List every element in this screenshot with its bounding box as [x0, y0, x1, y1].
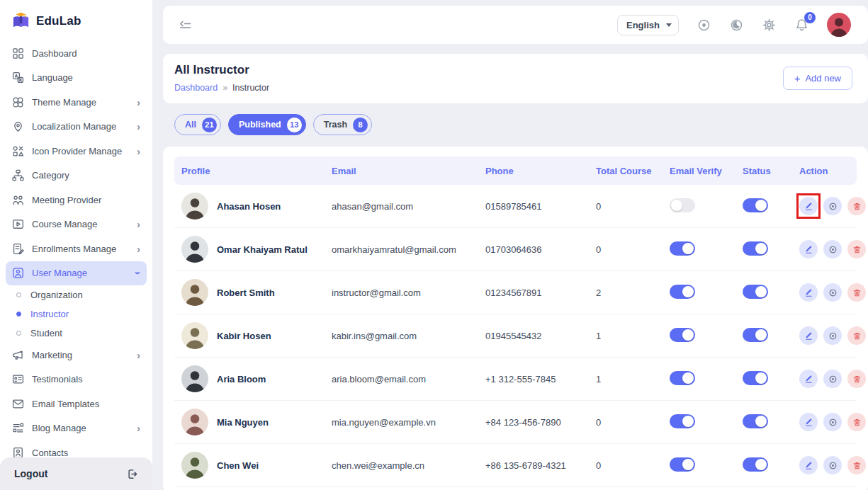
- status-toggle[interactable]: [743, 457, 768, 472]
- language-select[interactable]: English: [617, 15, 679, 35]
- edit-button[interactable]: [799, 326, 818, 345]
- view-button[interactable]: [823, 413, 842, 431]
- dark-mode-icon[interactable]: [729, 18, 744, 33]
- edit-button[interactable]: [799, 413, 818, 431]
- view-button[interactable]: [823, 283, 842, 302]
- delete-button[interactable]: [847, 240, 866, 258]
- sidebar-item-localization-manage[interactable]: Localization Manage›: [6, 115, 147, 139]
- trash-icon: [852, 245, 862, 254]
- trash-icon: [852, 331, 862, 341]
- delete-button[interactable]: [847, 197, 866, 215]
- edit-button[interactable]: [799, 456, 818, 474]
- filter-published-pill[interactable]: Published13: [228, 114, 306, 135]
- filter-all-pill[interactable]: All21: [174, 114, 221, 135]
- meeting-provider-icon: [12, 194, 24, 206]
- total-course-count: 0: [589, 244, 663, 255]
- sidebar-item-meeting-provider[interactable]: Meeting Provider: [6, 188, 147, 212]
- add-new-label: Add new: [805, 73, 841, 84]
- language-icon: [12, 72, 24, 84]
- email-verify-toggle[interactable]: [670, 457, 695, 472]
- total-course-count: 0: [589, 460, 663, 471]
- eye-icon: [828, 418, 838, 427]
- sidebar-item-course-manage[interactable]: Course Manage›: [6, 212, 147, 237]
- status-toggle[interactable]: [743, 285, 768, 299]
- email-verify-toggle[interactable]: [670, 371, 695, 385]
- logout-button[interactable]: Logout: [0, 457, 152, 490]
- language-selector[interactable]: English: [617, 15, 679, 35]
- status-toggle[interactable]: [743, 328, 768, 342]
- instructor-table: ProfileEmailPhoneTotal CourseEmail Verif…: [163, 147, 868, 490]
- chevron-down-icon: ›: [133, 271, 144, 275]
- chevron-right-icon: ›: [137, 423, 140, 433]
- user-avatar[interactable]: [827, 13, 851, 37]
- trash-icon: [852, 288, 862, 297]
- email-verify-toggle[interactable]: [670, 328, 695, 342]
- table-header-row: ProfileEmailPhoneTotal CourseEmail Verif…: [174, 156, 857, 185]
- page-header: All Instructor Dashboard » Instructor + …: [163, 54, 868, 103]
- email-verify-toggle[interactable]: [670, 414, 695, 428]
- pen-icon: [804, 202, 813, 211]
- blog-icon: [12, 422, 24, 434]
- email-verify-toggle[interactable]: [670, 241, 695, 256]
- theme-icon: [12, 96, 24, 108]
- edit-button[interactable]: [799, 370, 818, 388]
- logout-icon: [126, 468, 138, 480]
- email-verify-toggle[interactable]: [670, 285, 695, 299]
- sidebar-collapse-icon[interactable]: [179, 18, 192, 32]
- edit-button[interactable]: [799, 197, 818, 215]
- filter-count-badge: 21: [202, 118, 217, 132]
- email-verify-toggle[interactable]: [670, 198, 695, 212]
- chevron-right-icon: ›: [137, 97, 140, 108]
- instructor-name: Mia Nguyen: [217, 417, 269, 428]
- sidebar-item-blog-manage[interactable]: Blog Manage›: [6, 416, 147, 441]
- delete-button[interactable]: [847, 326, 866, 345]
- sidebar-item-theme-manage[interactable]: Theme Manage›: [6, 90, 147, 115]
- email-templates-icon: [12, 398, 24, 410]
- sidebar-item-language[interactable]: Language: [6, 66, 147, 91]
- sidebar-nav: DashboardLanguageTheme Manage›Localizati…: [0, 40, 152, 465]
- breadcrumb: Dashboard » Instructor: [174, 83, 269, 93]
- delete-button[interactable]: [847, 283, 866, 302]
- visibility-icon[interactable]: [697, 18, 711, 33]
- column-header-phone: Phone: [478, 166, 589, 176]
- chevron-right-icon: ›: [137, 146, 140, 156]
- settings-gear-icon[interactable]: [762, 18, 777, 33]
- column-header-status: Status: [735, 166, 792, 176]
- sidebar-item-category[interactable]: Category: [6, 164, 147, 188]
- notification-bell-icon[interactable]: 0: [794, 18, 809, 33]
- view-button[interactable]: [823, 197, 842, 215]
- edit-button[interactable]: [799, 240, 818, 258]
- status-toggle[interactable]: [743, 414, 768, 428]
- breadcrumb-dashboard-link[interactable]: Dashboard: [174, 83, 218, 93]
- view-button[interactable]: [823, 456, 842, 474]
- pen-icon: [804, 418, 813, 427]
- brand-logo[interactable]: EduLab: [0, 0, 152, 40]
- sidebar-subitem-instructor[interactable]: Instructor: [6, 304, 147, 324]
- status-toggle[interactable]: [743, 198, 768, 212]
- sidebar-subitem-organization[interactable]: Organization: [6, 285, 147, 304]
- sidebar-item-testimonials[interactable]: Testimonials: [6, 368, 147, 392]
- table-row: Omar Khaiyam Ratulomarkhaiyamratul@gmail…: [174, 228, 857, 271]
- sidebar-item-enrollments-manage[interactable]: Enrollments Manage›: [6, 237, 147, 261]
- filter-trash-pill[interactable]: Trash8: [313, 114, 372, 135]
- pen-icon: [804, 288, 813, 297]
- delete-button[interactable]: [847, 370, 866, 388]
- sidebar-item-marketing[interactable]: Marketing›: [6, 343, 147, 368]
- status-toggle[interactable]: [743, 371, 768, 385]
- view-button[interactable]: [823, 326, 842, 345]
- sidebar-item-icon-provider-manage[interactable]: Icon Provider Manage›: [6, 139, 147, 164]
- sidebar-item-user-manage[interactable]: User Manage›: [6, 261, 147, 286]
- delete-button[interactable]: [847, 456, 866, 474]
- brand-name: EduLab: [36, 14, 81, 28]
- view-button[interactable]: [823, 370, 842, 388]
- instructor-email: instructor@gmail.com: [325, 287, 478, 298]
- delete-button[interactable]: [847, 413, 866, 431]
- status-toggle[interactable]: [743, 241, 768, 256]
- sidebar-subitem-student[interactable]: Student: [6, 324, 147, 343]
- sidebar-item-dashboard[interactable]: Dashboard: [6, 41, 147, 66]
- view-button[interactable]: [823, 240, 842, 258]
- sidebar-item-email-templates[interactable]: Email Templates: [6, 392, 147, 416]
- edit-button[interactable]: [799, 283, 818, 302]
- trash-icon: [852, 202, 862, 211]
- add-new-button[interactable]: + Add new: [783, 67, 852, 90]
